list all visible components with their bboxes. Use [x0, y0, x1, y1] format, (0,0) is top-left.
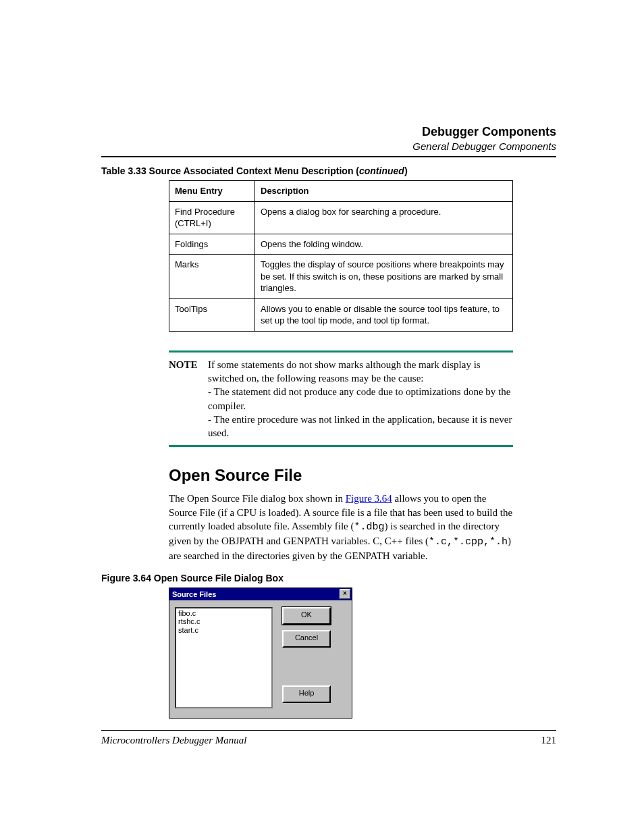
cancel-button[interactable]: Cancel	[282, 630, 331, 648]
code-1: *.dbg	[354, 521, 385, 533]
list-item[interactable]: fibo.c	[178, 609, 269, 618]
cell-desc: Toggles the display of source positions …	[255, 255, 513, 299]
footer-title: Microcontrollers Debugger Manual	[101, 735, 247, 746]
source-files-dialog: Source Files × fibo.c rtshc.c start.c OK…	[169, 588, 352, 719]
table-row: ToolTips Allows you to enable or disable…	[169, 298, 513, 331]
help-button[interactable]: Help	[282, 685, 331, 703]
note-text: If some statements do not show marks alt…	[208, 358, 513, 440]
table-caption-close: )	[404, 165, 408, 176]
dialog-title: Source Files	[172, 590, 216, 598]
menu-table: Menu Entry Description Find Procedure (C…	[169, 180, 513, 332]
figure-caption: Figure 3.64 Open Source File Dialog Box	[101, 573, 556, 583]
file-listbox[interactable]: fibo.c rtshc.c start.c	[175, 607, 273, 708]
dialog-titlebar: Source Files ×	[169, 588, 352, 600]
cell-desc: Allows you to enable or disable the sour…	[255, 298, 513, 331]
header-title: Debugger Components	[101, 125, 556, 139]
note-block: NOTE If some statements do not show mark…	[169, 350, 513, 448]
list-item[interactable]: rtshc.c	[178, 617, 269, 626]
note-label: NOTE	[169, 358, 208, 440]
note-line-1: If some statements do not show marks alt…	[208, 359, 481, 384]
table-caption-prefix: Table 3.33 Source Associated Context Men…	[101, 165, 359, 176]
table-row: Find Procedure (CTRL+I) Opens a dialog b…	[169, 201, 513, 234]
para-a: The Open Source File dialog box shown in	[169, 493, 346, 504]
table-row: Marks Toggles the display of source posi…	[169, 255, 513, 299]
table-caption-continued: continued	[359, 165, 404, 176]
cell-entry: ToolTips	[169, 298, 255, 331]
page-footer: Microcontrollers Debugger Manual 121	[101, 730, 556, 746]
table-caption: Table 3.33 Source Associated Context Men…	[101, 165, 556, 176]
footer-rule	[101, 730, 556, 731]
list-item[interactable]: start.c	[178, 626, 269, 635]
ok-button[interactable]: OK	[282, 607, 331, 625]
close-icon[interactable]: ×	[340, 589, 350, 599]
header-rule	[101, 156, 556, 157]
note-line-2: - The statement did not produce any code…	[208, 386, 510, 411]
section-heading: Open Source File	[169, 466, 556, 485]
cell-entry: Marks	[169, 255, 255, 299]
cell-entry: Find Procedure (CTRL+I)	[169, 201, 255, 234]
cell-desc: Opens the folding window.	[255, 234, 513, 255]
table-header-row: Menu Entry Description	[169, 181, 513, 202]
code-2: *.c,*.cpp,*.h	[429, 536, 508, 548]
col-menu-entry: Menu Entry	[169, 181, 255, 202]
note-line-3: - The entire procedure was not linked in…	[208, 414, 512, 438]
col-description: Description	[255, 181, 513, 202]
figure-link[interactable]: Figure 3.64	[346, 493, 392, 504]
cell-entry: Foldings	[169, 234, 255, 255]
cell-desc: Opens a dialog box for searching a proce…	[255, 201, 513, 234]
section-paragraph: The Open Source File dialog box shown in…	[169, 492, 513, 563]
table-row: Foldings Opens the folding window.	[169, 234, 513, 255]
page-number: 121	[541, 735, 557, 746]
page-header: Debugger Components General Debugger Com…	[101, 125, 556, 152]
header-subtitle: General Debugger Components	[101, 140, 556, 152]
